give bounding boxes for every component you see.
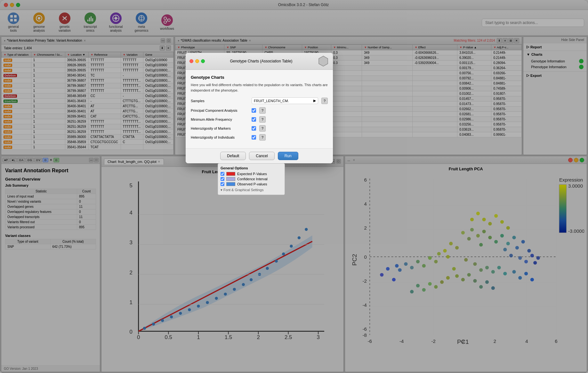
gen-opt-checkbox[interactable]	[221, 177, 224, 181]
modal-option-label: Heterozigosity of Individuals	[191, 135, 248, 139]
option-help-btn[interactable]: ?	[259, 107, 266, 114]
general-options-items: Expected P-Values Confidence Interval Ob…	[221, 172, 282, 186]
modal-help-btn[interactable]: ?	[321, 98, 328, 104]
general-options-panel: General Options Expected P-Values Confid…	[218, 163, 285, 195]
modal-default-button[interactable]: Default	[220, 152, 246, 160]
modal-samples-dropdown-arrow: ▶	[313, 99, 316, 103]
modal-traffic-lights[interactable]	[189, 59, 205, 63]
option-help-btn[interactable]: ?	[259, 134, 266, 141]
option-help-btn[interactable]: ?	[259, 116, 266, 123]
modal-option-label: Principal Component Analysis	[191, 109, 248, 112]
modal-option-checkbox[interactable]	[252, 108, 256, 113]
gen-opt-color	[226, 172, 235, 176]
modal-option-row: Principal Component Analysis ?	[191, 107, 328, 114]
modal-option-row: Minimum Allele Frequency ?	[191, 116, 328, 123]
modal-option-checkbox[interactable]	[252, 135, 256, 140]
modal-option-checkbox[interactable]	[252, 126, 256, 131]
gen-opt-color	[226, 177, 235, 181]
modal-cancel-button[interactable]: Cancel	[249, 152, 274, 160]
general-options-title: General Options	[221, 166, 282, 170]
general-option-row: Observed P-values	[221, 182, 282, 186]
modal-options: Principal Component Analysis ? Minimum A…	[191, 107, 328, 141]
gen-opt-color	[226, 182, 235, 186]
gen-opt-label: Confidence Interval	[237, 177, 268, 181]
general-option-row: Confidence Interval	[221, 177, 282, 181]
modal-samples-label: Samples	[191, 99, 248, 103]
modal-titlebar: Genotype Charts (Association Table)	[186, 53, 333, 70]
genotype-charts-modal: Genotype Charts (Association Table) Geno…	[186, 53, 333, 163]
general-option-row: Expected P-Values	[221, 172, 282, 176]
modal-option-row: Heterozigosity of Markers ?	[191, 125, 328, 132]
modal-section-title: Genotype Charts	[191, 75, 328, 80]
modal-min-btn[interactable]	[195, 59, 199, 63]
modal-option-checkbox[interactable]	[252, 117, 256, 122]
modal-body: Genotype Charts Here you will find diffe…	[186, 70, 333, 148]
option-help-btn[interactable]: ?	[259, 125, 266, 132]
gen-opt-label: Observed P-values	[237, 182, 267, 186]
gen-opt-label: Expected P-Values	[237, 172, 267, 176]
modal-title: Genotype Charts (Association Table)	[207, 59, 316, 63]
modal-option-row: Heterozigosity of Individuals ?	[191, 134, 328, 141]
modal-samples-input[interactable]: FRUIT_LENGTH_CM. ▶	[252, 97, 318, 104]
modal-run-button[interactable]: Run	[278, 152, 298, 160]
font-settings-toggle[interactable]: ▾ Font & Graphical Settings	[221, 188, 282, 192]
gen-opt-checkbox[interactable]	[221, 182, 224, 186]
modal-overlay: Genotype Charts (Association Table) Geno…	[0, 0, 588, 373]
modal-option-label: Minimum Allele Frequency	[191, 118, 248, 121]
modal-samples-value: FRUIT_LENGTH_CM.	[254, 99, 289, 103]
modal-footer: Default Cancel Run	[186, 148, 333, 163]
modal-samples-row: Samples FRUIT_LENGTH_CM. ▶ ?	[191, 97, 328, 104]
modal-description: Here you will find different charts rela…	[191, 82, 328, 93]
modal-close-btn[interactable]	[189, 59, 193, 63]
svg-marker-165	[319, 56, 328, 66]
modal-option-label: Heterozigosity of Markers	[191, 126, 248, 130]
hexagon-icon	[318, 55, 329, 67]
modal-max-btn[interactable]	[201, 59, 205, 63]
gen-opt-checkbox[interactable]	[221, 172, 224, 176]
